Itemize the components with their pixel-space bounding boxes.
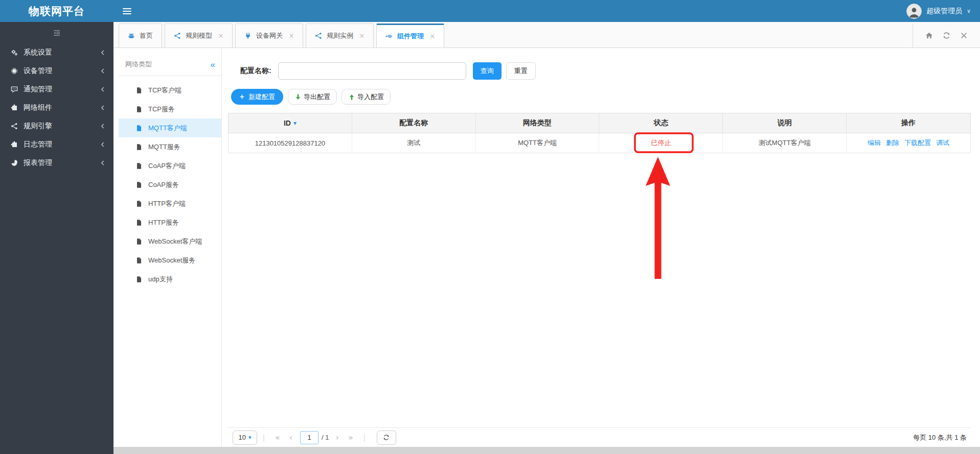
prev-page-button[interactable]: ‹ <box>289 433 292 442</box>
arrow-up-icon <box>348 93 355 101</box>
file-icon <box>135 87 143 94</box>
table-refresh-button[interactable] <box>377 431 396 445</box>
file-icon <box>135 125 143 132</box>
angle-left-icon <box>100 123 106 129</box>
sidebar-item-通知管理[interactable]: 通知管理 <box>0 80 113 99</box>
angle-left-icon <box>100 160 106 166</box>
type-cell: MQTT客户端 <box>476 133 600 153</box>
sidebar-collapse-button[interactable] <box>121 6 133 16</box>
network-type-CoAP客户端[interactable]: CoAP客户端 <box>119 156 221 175</box>
column-header-配置名称[interactable]: 配置名称 <box>352 113 476 133</box>
tab-label: 规则模型 <box>186 31 212 40</box>
network-type-label: HTTP客户端 <box>148 199 186 208</box>
network-type-HTTP服务[interactable]: HTTP服务 <box>119 213 221 232</box>
sidebar-item-日志管理[interactable]: 日志管理 <box>0 135 113 154</box>
action-link-编辑[interactable]: 编辑 <box>868 138 881 148</box>
panel-collapse-icon[interactable]: « <box>211 60 215 69</box>
last-page-button[interactable]: » <box>348 433 353 442</box>
network-type-panel: 网络类型 « TCP客户端TCP服务MQTT客户端MQTT服务CoAP客户端Co… <box>119 48 222 447</box>
table-body: 1213010529128837120测试MQTT客户端已停止测试MQTT客户端… <box>228 133 971 153</box>
column-header-说明[interactable]: 说明 <box>723 113 847 133</box>
refresh-icon[interactable] <box>943 32 950 39</box>
caret-down-icon: ▾ <box>248 434 252 441</box>
network-type-MQTT客户端[interactable]: MQTT客户端 <box>119 118 221 137</box>
export-config-button[interactable]: 导出配置 <box>288 89 337 105</box>
tab-组件管理[interactable]: 组件管理 <box>376 23 444 47</box>
gears-icon <box>11 49 18 56</box>
import-config-button[interactable]: 导入配置 <box>341 89 391 105</box>
angle-left-icon <box>100 68 106 74</box>
column-header-label: 网络类型 <box>523 118 552 128</box>
tab-close-icon[interactable] <box>289 33 294 38</box>
network-type-WebSocket客户端[interactable]: WebSocket客户端 <box>119 232 221 251</box>
column-header-状态[interactable]: 状态 <box>599 113 723 133</box>
column-header-label: 说明 <box>778 118 792 128</box>
config-name-input[interactable] <box>278 62 466 80</box>
column-header-label: 配置名称 <box>399 118 428 128</box>
tab-label: 规则实例 <box>327 31 353 40</box>
page-size-select[interactable]: 10 ▾ <box>233 431 257 445</box>
tab-close-icon[interactable] <box>359 33 364 38</box>
reset-button[interactable]: 重置 <box>506 62 536 80</box>
android-icon <box>128 32 135 39</box>
tab-设备网关[interactable]: 设备网关 <box>235 23 303 47</box>
action-link-下载配置[interactable]: 下载配置 <box>904 138 931 148</box>
page-number-input[interactable] <box>300 431 318 444</box>
file-icon <box>135 162 143 170</box>
app-header: 物联网平台 超级管理员 ∨ <box>0 0 980 22</box>
tab-close-icon[interactable] <box>430 34 435 39</box>
column-header-label: ID <box>284 119 291 127</box>
sidebar-toggle-icon[interactable] <box>0 22 113 43</box>
column-header-ID[interactable]: ID▾ <box>229 113 352 133</box>
content-area: 网络类型 « TCP客户端TCP服务MQTT客户端MQTT服务CoAP客户端Co… <box>113 48 980 447</box>
tab-actions <box>913 23 980 47</box>
tab-label: 首页 <box>140 31 153 40</box>
plug-icon <box>244 32 252 39</box>
column-header-操作[interactable]: 操作 <box>847 113 970 133</box>
action-link-删除[interactable]: 删除 <box>886 138 899 148</box>
sidebar-item-系统设置[interactable]: 系统设置 <box>0 43 113 62</box>
puzzle-icon <box>11 141 18 148</box>
pie-icon <box>11 159 18 166</box>
network-panel-title: 网络类型 <box>125 60 152 69</box>
sidebar-item-label: 通知管理 <box>24 85 52 94</box>
tab-规则模型[interactable]: 规则模型 <box>165 23 233 47</box>
query-button[interactable]: 查询 <box>473 62 502 80</box>
sidebar-menu: 系统设置设备管理通知管理网络组件规则引擎日志管理报表管理 <box>0 43 113 172</box>
pagination-summary: 每页 10 条,共 1 条 <box>913 433 967 442</box>
sidebar-item-label: 网络组件 <box>24 103 52 112</box>
network-type-udp支持[interactable]: udp支持 <box>119 270 221 289</box>
network-type-label: MQTT客户端 <box>148 124 187 133</box>
network-type-label: TCP客户端 <box>148 86 181 95</box>
column-header-网络类型[interactable]: 网络类型 <box>476 113 600 133</box>
tab-close-icon[interactable] <box>218 33 223 38</box>
file-icon <box>135 144 143 151</box>
sidebar-item-设备管理[interactable]: 设备管理 <box>0 62 113 80</box>
next-page-button[interactable]: › <box>336 433 339 442</box>
usb-icon <box>385 33 393 40</box>
share-icon <box>315 32 322 39</box>
sidebar-item-规则引擎[interactable]: 规则引擎 <box>0 117 113 135</box>
network-type-TCP客户端[interactable]: TCP客户端 <box>119 81 221 100</box>
network-type-label: WebSocket服务 <box>148 256 195 265</box>
sidebar-item-报表管理[interactable]: 报表管理 <box>0 154 113 172</box>
config-table: ID▾配置名称网络类型状态说明操作 1213010529128837120测试M… <box>228 113 971 153</box>
action-link-调试[interactable]: 调试 <box>936 138 949 148</box>
first-page-button[interactable]: « <box>275 433 280 442</box>
close-all-icon[interactable] <box>960 32 968 39</box>
network-type-TCP服务[interactable]: TCP服务 <box>119 100 221 118</box>
network-type-CoAP服务[interactable]: CoAP服务 <box>119 175 221 194</box>
arrow-down-icon <box>294 93 302 101</box>
network-type-WebSocket服务[interactable]: WebSocket服务 <box>119 251 221 270</box>
user-menu[interactable]: 超级管理员 ∨ <box>906 4 971 19</box>
tab-首页[interactable]: 首页 <box>119 23 162 47</box>
home-icon[interactable] <box>925 32 933 39</box>
tab-规则实例[interactable]: 规则实例 <box>306 23 374 47</box>
network-type-HTTP客户端[interactable]: HTTP客户端 <box>119 194 221 213</box>
id-cell: 1213010529128837120 <box>229 133 352 153</box>
new-config-button[interactable]: 新建配置 <box>231 89 283 105</box>
network-type-label: HTTP服务 <box>148 218 179 227</box>
network-type-MQTT服务[interactable]: MQTT服务 <box>119 137 221 156</box>
status-cell: 已停止 <box>599 133 723 153</box>
sidebar-item-网络组件[interactable]: 网络组件 <box>0 99 113 117</box>
